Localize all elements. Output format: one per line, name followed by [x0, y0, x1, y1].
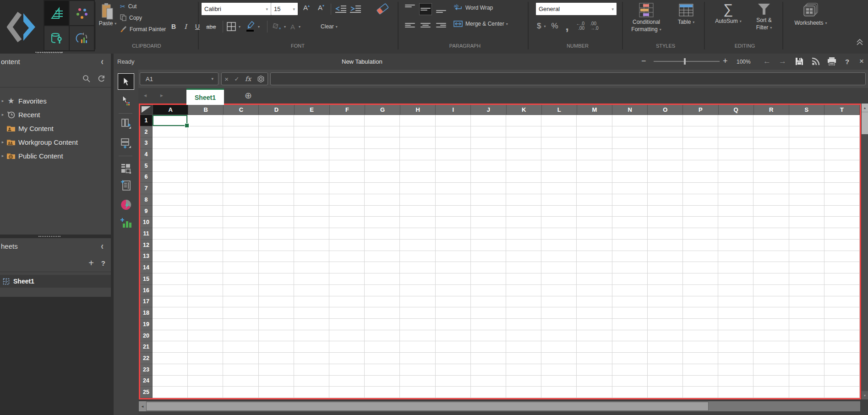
cell-O24[interactable] — [648, 376, 683, 387]
cell-R20[interactable] — [753, 330, 789, 342]
cell-B9[interactable] — [188, 206, 223, 217]
cell-D1[interactable] — [259, 115, 294, 126]
cell-A13[interactable] — [153, 251, 188, 262]
cell-P17[interactable] — [683, 296, 718, 308]
align-right-button[interactable] — [436, 21, 446, 29]
cell-L12[interactable] — [541, 240, 577, 251]
cell-I16[interactable] — [436, 285, 471, 296]
cell-A21[interactable] — [153, 341, 188, 353]
save-button[interactable] — [795, 57, 803, 66]
cell-P7[interactable] — [683, 183, 718, 194]
cell-J24[interactable] — [471, 376, 506, 387]
cell-T20[interactable] — [824, 330, 860, 342]
cell-D13[interactable] — [259, 251, 294, 262]
cell-O4[interactable] — [648, 149, 683, 160]
cell-Q3[interactable] — [718, 137, 753, 149]
column-header-E[interactable]: E — [295, 105, 330, 115]
scroll-up-button[interactable]: ▴ — [862, 104, 868, 112]
cell-J20[interactable] — [471, 330, 506, 342]
column-header-A[interactable]: A — [153, 105, 188, 115]
cell-C5[interactable] — [223, 160, 258, 172]
cell-P15[interactable] — [683, 273, 718, 285]
cell-A25[interactable] — [153, 387, 188, 398]
cell-O9[interactable] — [648, 206, 683, 217]
cell-R1[interactable] — [753, 115, 789, 126]
cell-T19[interactable] — [824, 319, 860, 330]
column-header-O[interactable]: O — [648, 105, 683, 115]
help-button[interactable]: ? — [845, 58, 849, 66]
cell-N25[interactable] — [612, 387, 648, 398]
cell-C18[interactable] — [223, 307, 258, 319]
cell-J8[interactable] — [471, 194, 506, 206]
cell-A11[interactable] — [153, 228, 188, 240]
cell-H6[interactable] — [400, 172, 435, 183]
cell-A10[interactable] — [153, 217, 188, 228]
cell-B3[interactable] — [188, 137, 223, 149]
pencil-caret[interactable]: ▾ — [258, 25, 260, 29]
cell-A14[interactable] — [153, 262, 188, 273]
row-header-2[interactable]: 2 — [140, 126, 153, 138]
cell-B23[interactable] — [188, 364, 223, 376]
cell-L6[interactable] — [541, 172, 577, 183]
cell-O16[interactable] — [648, 285, 683, 296]
cell-D22[interactable] — [259, 353, 294, 364]
cell-T16[interactable] — [824, 285, 860, 296]
cell-I11[interactable] — [436, 228, 471, 240]
cell-D6[interactable] — [259, 172, 294, 183]
cell-I6[interactable] — [436, 172, 471, 183]
cell-L7[interactable] — [541, 183, 577, 194]
cell-J17[interactable] — [471, 296, 506, 308]
cell-N18[interactable] — [612, 307, 648, 319]
cell-G17[interactable] — [365, 296, 400, 308]
cell-N13[interactable] — [612, 251, 648, 262]
cell-S5[interactable] — [789, 160, 824, 172]
tree-item-my-content[interactable]: My Content — [0, 121, 111, 135]
cell-G12[interactable] — [365, 240, 400, 251]
cell-R10[interactable] — [753, 217, 789, 228]
cell-L18[interactable] — [541, 307, 577, 319]
cell-B4[interactable] — [188, 149, 223, 160]
cell-O25[interactable] — [648, 387, 683, 398]
cell-D25[interactable] — [259, 387, 294, 398]
paste-button[interactable]: Paste — [97, 2, 118, 35]
cell-I7[interactable] — [436, 183, 471, 194]
cell-T22[interactable] — [824, 353, 860, 364]
format-painter-button[interactable]: Format Painter — [120, 26, 166, 33]
column-header-R[interactable]: R — [754, 105, 789, 115]
cell-O1[interactable] — [648, 115, 683, 126]
number-format-select[interactable]: General▾ — [536, 3, 617, 15]
cell-R8[interactable] — [753, 194, 789, 206]
cell-E2[interactable] — [294, 126, 329, 138]
cell-O7[interactable] — [648, 183, 683, 194]
cell-S10[interactable] — [789, 217, 824, 228]
cell-D3[interactable] — [259, 137, 294, 149]
cell-P20[interactable] — [683, 330, 718, 342]
cell-G23[interactable] — [365, 364, 400, 376]
cell-E24[interactable] — [294, 376, 329, 387]
cell-M12[interactable] — [577, 240, 612, 251]
tree-item-favorites[interactable]: ▸ ★ Favorites — [0, 94, 111, 108]
cell-R6[interactable] — [753, 172, 789, 183]
increase-decimal-button[interactable]: .00→.0 — [590, 22, 598, 31]
cell-M23[interactable] — [577, 364, 612, 376]
cell-J14[interactable] — [471, 262, 506, 273]
font-family-select[interactable]: Calibri▾ — [202, 3, 271, 15]
cell-J15[interactable] — [471, 273, 506, 285]
tab-scroll-left-icon[interactable]: ◂ — [144, 92, 147, 98]
cell-S9[interactable] — [789, 206, 824, 217]
tree-item-public-content[interactable]: ▸ Public Content — [0, 149, 111, 163]
cell-R25[interactable] — [753, 387, 789, 398]
cell-F20[interactable] — [329, 330, 365, 342]
column-header-J[interactable]: J — [471, 105, 506, 115]
cell-H15[interactable] — [400, 273, 435, 285]
cell-O6[interactable] — [648, 172, 683, 183]
select-tool-button[interactable] — [118, 73, 134, 90]
cell-J22[interactable] — [471, 353, 506, 364]
cell-K1[interactable] — [506, 115, 541, 126]
cell-C15[interactable] — [223, 273, 258, 285]
cell-L20[interactable] — [541, 330, 577, 342]
cell-O17[interactable] — [648, 296, 683, 308]
cell-S8[interactable] — [789, 194, 824, 206]
cell-D9[interactable] — [259, 206, 294, 217]
tab-scroll-right-icon[interactable]: ▸ — [160, 92, 163, 98]
